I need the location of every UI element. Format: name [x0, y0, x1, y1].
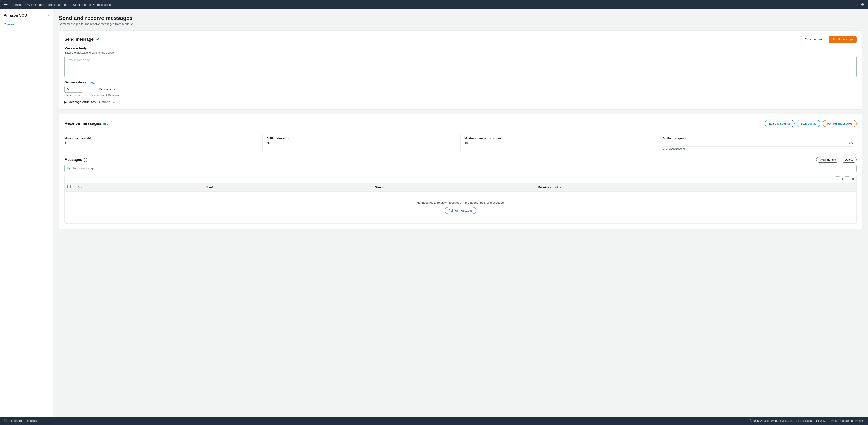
feedback-label[interactable]: Feedback — [25, 419, 37, 422]
delivery-delay-info-link[interactable]: Info — [90, 81, 95, 85]
terms-link[interactable]: Terms — [829, 419, 837, 422]
attributes-info-link[interactable]: Info — [113, 101, 118, 104]
send-message-card-header: Send message Info Clear content Send mes… — [64, 36, 857, 43]
breadcrumb-amazon-sqs[interactable]: Amazon SQS — [11, 3, 30, 6]
polling-receives-per-second: 0 receives/second — [663, 147, 853, 150]
receive-messages-info-link[interactable]: Info — [103, 122, 108, 125]
breadcrumb-current: Send and receive messages — [73, 3, 111, 6]
size-sort-icon: ▼ — [382, 186, 384, 189]
receive-count-column-header[interactable]: Receive count ▼ — [535, 183, 857, 192]
search-wrapper: 🔍 — [64, 165, 857, 172]
nav-right-icons: ℹ ⚙ — [856, 2, 864, 7]
receive-messages-title: Receive messages — [64, 121, 101, 126]
top-navigation: ☰ Amazon SQS › Queues › checkout-queue ›… — [0, 0, 868, 9]
cloudshell-icon: ⬛ — [4, 419, 7, 422]
id-column-label: ID — [77, 186, 80, 189]
sent-column-label: Sent — [207, 186, 213, 189]
receive-messages-title-row: Receive messages Info — [64, 121, 108, 126]
breadcrumb: Amazon SQS › Queues › checkout-queue › S… — [11, 3, 111, 6]
polling-progress-stat: Polling progress 0% 0 receives/second — [659, 135, 857, 152]
clear-content-button[interactable]: Clear content — [801, 36, 827, 43]
page-navigation: ‹ 1 › — [835, 176, 850, 181]
send-message-info-link[interactable]: Info — [95, 38, 100, 41]
sidebar-item-queues[interactable]: Queues — [0, 21, 53, 28]
delivery-delay-unit-select[interactable]: Seconds Minutes — [97, 86, 118, 92]
max-message-count-stat: Maximum message count 10 — [461, 135, 659, 152]
cookie-preferences-link[interactable]: Cookie preferences — [840, 419, 864, 422]
messages-available-stat: Messages available 1 — [64, 135, 262, 152]
receive-messages-actions: Edit poll settings Stop polling Poll for… — [765, 120, 857, 127]
breadcrumb-checkout-queue[interactable]: checkout-queue — [48, 3, 69, 6]
message-body-input[interactable] — [64, 56, 857, 77]
receive-messages-card-header: Receive messages Info Edit poll settings… — [64, 120, 857, 127]
send-message-title-row: Send message Info — [64, 37, 100, 42]
privacy-link[interactable]: Privacy — [816, 419, 825, 422]
table-settings-icon[interactable]: ⚙ — [851, 177, 855, 181]
messages-list-header: Messages (0) View details Delete — [64, 157, 857, 163]
info-icon[interactable]: ℹ — [856, 2, 858, 7]
size-column-header[interactable]: Size ▼ — [372, 183, 535, 192]
footer-copyright: © 2025, Amazon Web Services, Inc. or its… — [750, 419, 812, 422]
search-messages-input[interactable] — [64, 165, 857, 172]
message-body-hint: Enter the message to send to the queue. — [64, 51, 857, 54]
search-icon: 🔍 — [67, 167, 71, 170]
attributes-optional-label: - Optional — [97, 100, 111, 104]
poll-for-messages-button[interactable]: Poll for messages — [823, 120, 857, 127]
polling-duration-label: Polling duration — [267, 137, 457, 140]
messages-table-body: No messages. To view messages in the que… — [65, 192, 857, 223]
edit-poll-settings-button[interactable]: Edit poll settings — [765, 120, 795, 127]
breadcrumb-sep-2: › — [45, 3, 46, 6]
sidebar: Amazon SQS ‹ Queues — [0, 9, 53, 417]
delivery-delay-row: Delivery delay | Info Seconds Minutes — [64, 81, 857, 93]
polling-duration-value: 30 — [267, 141, 457, 145]
sidebar-collapse-button[interactable]: ‹ — [48, 13, 49, 18]
receive-count-column-label: Receive count — [538, 186, 558, 189]
delete-button[interactable]: Delete — [841, 157, 857, 163]
cloudshell-label: CloudShell — [8, 419, 22, 422]
empty-state-message: No messages. To view messages in the que… — [74, 201, 847, 204]
send-message-button[interactable]: Send message — [829, 36, 857, 43]
delivery-delay-label-wrapper: Delivery delay | Info — [64, 81, 95, 93]
settings-nav-icon[interactable]: ⚙ — [861, 2, 864, 7]
id-column-header[interactable]: ID ▼ — [74, 183, 204, 192]
sent-column-header[interactable]: Sent ▲ — [204, 183, 372, 192]
empty-state: No messages. To view messages in the que… — [67, 194, 854, 221]
polling-progress-pct: 0% — [663, 141, 853, 144]
breadcrumb-queues[interactable]: Queues — [33, 3, 44, 6]
main-content: Send and receive messages Send messages … — [53, 9, 868, 417]
checkbox-header — [65, 183, 74, 192]
receive-count-sort-icon: ▼ — [559, 186, 561, 189]
cloudshell-button[interactable]: ⬛ CloudShell — [4, 419, 22, 422]
empty-state-row: No messages. To view messages in the que… — [65, 192, 857, 223]
view-details-button[interactable]: View details — [816, 157, 839, 163]
hamburger-menu-icon[interactable]: ☰ — [4, 2, 8, 7]
attributes-label: Message attributes — [68, 100, 96, 104]
message-body-label: Message body — [64, 47, 857, 50]
breadcrumb-sep-1: › — [31, 3, 32, 6]
send-message-title: Send message — [64, 37, 94, 42]
messages-title: Messages — [64, 158, 82, 162]
messages-available-value: 1 — [64, 141, 259, 145]
delivery-delay-number-input[interactable] — [64, 86, 83, 93]
message-attributes-toggle[interactable]: ▶ Message attributes - Optional Info — [64, 100, 857, 104]
polling-duration-stat: Polling duration 30 — [262, 135, 461, 152]
receive-stats-grid: Messages available 1 Polling duration 30… — [64, 131, 857, 152]
next-page-button[interactable]: › — [845, 176, 850, 181]
stop-polling-button[interactable]: Stop polling — [797, 120, 820, 127]
id-sort-icon: ▼ — [81, 186, 83, 189]
messages-table-container: ‹ 1 › ⚙ ID — [64, 175, 857, 224]
sidebar-header: Amazon SQS ‹ — [0, 13, 53, 21]
size-column-label: Size — [375, 186, 381, 189]
delay-note: Should be between 0 seconds and 15 minut… — [64, 94, 857, 97]
table-header-row: ID ▼ Sent ▲ — [65, 183, 857, 192]
prev-page-button[interactable]: ‹ — [835, 176, 840, 181]
empty-state-poll-button[interactable]: Poll for messages — [445, 207, 476, 214]
page-subtitle: Send messages to and receive messages fr… — [59, 22, 863, 26]
breadcrumb-sep-3: › — [71, 3, 71, 6]
polling-progress-label: Polling progress — [663, 137, 853, 140]
select-all-checkbox[interactable] — [67, 185, 71, 189]
receive-messages-card: Receive messages Info Edit poll settings… — [59, 114, 863, 229]
max-message-count-value: 10 — [464, 141, 655, 145]
empty-state-cell: No messages. To view messages in the que… — [65, 192, 857, 223]
max-message-count-label: Maximum message count — [464, 137, 655, 140]
